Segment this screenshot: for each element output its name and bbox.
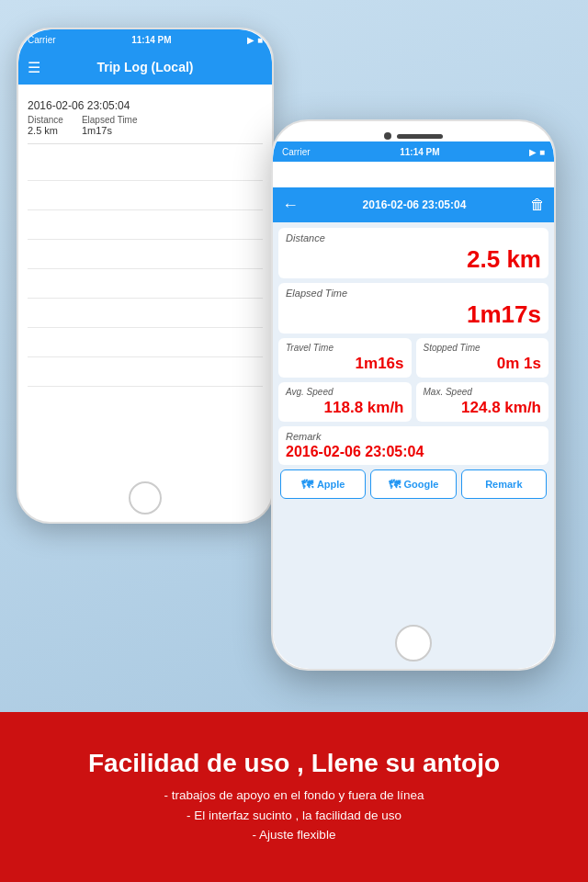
remark-button[interactable]: Remark <box>461 469 547 499</box>
elapsed-card: Elapsed Time 1m17s <box>278 283 548 334</box>
stopped-time-card: Stopped Time 0m 1s <box>416 338 549 378</box>
phone2-nav-title: 2016-02-06 23:05:04 <box>363 198 467 211</box>
travel-time-card: Travel Time 1m16s <box>278 338 412 378</box>
max-speed-card: Max. Speed 124.8 km/h <box>416 382 549 422</box>
elapsed-label: Elapsed Time <box>82 115 138 125</box>
banner-line1: - trabajos de apoyo en el fondo y fuera … <box>164 786 424 806</box>
banner-title: Facilidad de uso , Llene su antojo <box>88 749 500 778</box>
phone1-battery: ▶ ■ <box>247 35 263 45</box>
list-item <box>28 181 263 210</box>
distance-card-label: Distance <box>286 232 541 243</box>
trip-elapsed: Elapsed Time 1m17s <box>82 115 138 136</box>
google-maps-button[interactable]: 🗺 Google <box>370 469 456 499</box>
phone1-time: 11:14 PM <box>131 35 171 45</box>
phone2-battery: ▶ ■ <box>529 147 545 157</box>
distance-card: Distance 2.5 km <box>278 228 548 278</box>
banner-subtitle: - trabajos de apoyo en el fondo y fuera … <box>164 786 424 845</box>
map-buttons: 🗺 Apple 🗺 Google Remark <box>278 469 548 499</box>
phone1-carrier: Carrier <box>28 35 56 45</box>
travel-time-label: Travel Time <box>286 343 404 353</box>
list-item <box>28 152 263 181</box>
camera-dot <box>384 132 391 140</box>
bottom-banner: Facilidad de uso , Llene su antojo - tra… <box>0 712 588 882</box>
list-item <box>28 299 263 328</box>
banner-line3: - Ajuste flexible <box>164 825 424 845</box>
trip-stats: Distance 2.5 km Elapsed Time 1m17s <box>28 115 263 136</box>
distance-value: 2.5 km <box>28 125 63 136</box>
phone1-status-bar: Carrier 11:14 PM ▶ ■ <box>18 29 272 50</box>
phone1: Carrier 11:14 PM ▶ ■ ☰ Trip Log (Local) … <box>17 28 274 524</box>
elapsed-card-label: Elapsed Time <box>286 288 541 299</box>
speed-row: Avg. Speed 118.8 km/h Max. Speed 124.8 k… <box>278 382 548 422</box>
phone2-navbar: ← 2016-02-06 23:05:04 🗑 <box>273 187 554 222</box>
phone2-camera <box>384 132 443 140</box>
list-item <box>28 357 263 387</box>
list-item <box>28 328 263 357</box>
phone1-nav-title: Trip Log (Local) <box>97 60 194 74</box>
apple-maps-button[interactable]: 🗺 Apple <box>280 469 366 499</box>
list-item <box>28 210 263 240</box>
phone1-home-button[interactable] <box>129 481 162 514</box>
travel-time-value: 1m16s <box>286 355 404 373</box>
list-item <box>28 269 263 299</box>
phone1-content: 2016-02-06 23:05:04 Distance 2.5 km Elap… <box>18 85 272 152</box>
google-maps-label: Google <box>404 479 439 490</box>
google-map-icon: 🗺 <box>389 478 401 492</box>
phone2-content: Distance 2.5 km Elapsed Time 1m17s Trave… <box>273 222 554 669</box>
elapsed-card-value: 1m17s <box>286 300 541 329</box>
stopped-time-value: 0m 1s <box>424 355 542 373</box>
max-speed-value: 124.8 km/h <box>424 399 542 417</box>
phone2-carrier: Carrier <box>282 147 311 157</box>
delete-button[interactable]: 🗑 <box>530 197 545 213</box>
remark-card-value: 2016-02-06 23:05:04 <box>286 444 541 460</box>
phone2-time: 11:14 PM <box>400 147 439 157</box>
apple-map-icon: 🗺 <box>301 478 313 492</box>
trip-list-item[interactable]: 2016-02-06 23:05:04 Distance 2.5 km Elap… <box>28 92 263 144</box>
remark-card-label: Remark <box>286 431 541 442</box>
remark-card: Remark 2016-02-06 23:05:04 <box>278 426 548 465</box>
phone2-home-button[interactable] <box>395 625 432 662</box>
banner-line2: - El interfaz sucinto , la facilidad de … <box>164 806 424 826</box>
trip-distance: Distance 2.5 km <box>28 115 63 136</box>
phone2-status-bar: Carrier 11:14 PM ▶ ■ <box>273 141 554 162</box>
elapsed-value: 1m17s <box>82 125 138 136</box>
trip-date: 2016-02-06 23:05:04 <box>28 99 263 112</box>
apple-maps-label: Apple <box>317 479 345 490</box>
max-speed-label: Max. Speed <box>424 387 542 397</box>
time-row: Travel Time 1m16s Stopped Time 0m 1s <box>278 338 548 378</box>
phone2: Carrier 11:14 PM ▶ ■ ← 2016-02-06 23:05:… <box>271 119 556 671</box>
distance-label: Distance <box>28 115 63 125</box>
list-item <box>28 240 263 269</box>
speaker-bar <box>397 134 443 139</box>
avg-speed-value: 118.8 km/h <box>286 399 404 417</box>
avg-speed-label: Avg. Speed <box>286 387 404 397</box>
phone1-empty-list <box>18 152 272 387</box>
stopped-time-label: Stopped Time <box>424 343 542 353</box>
menu-icon[interactable]: ☰ <box>28 59 40 76</box>
phone1-navbar: ☰ Trip Log (Local) <box>18 50 272 85</box>
avg-speed-card: Avg. Speed 118.8 km/h <box>278 382 412 422</box>
remark-button-label: Remark <box>485 479 522 490</box>
back-button[interactable]: ← <box>282 196 299 215</box>
distance-card-value: 2.5 km <box>286 245 541 274</box>
